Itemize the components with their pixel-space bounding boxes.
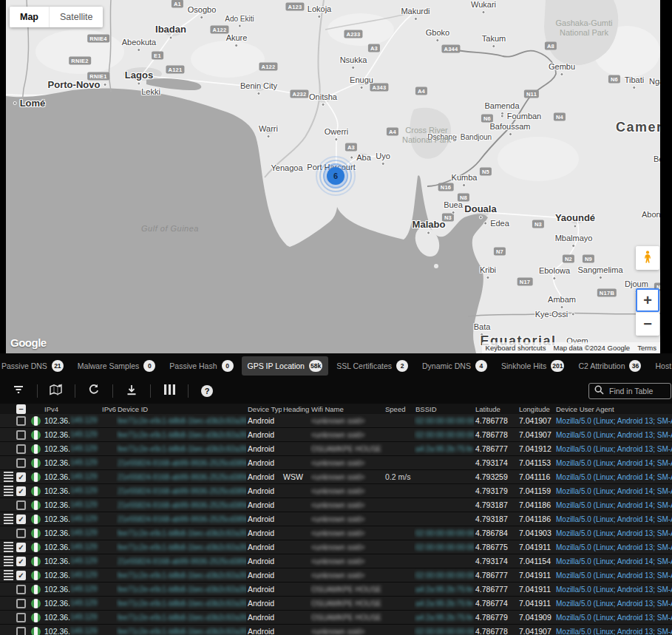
row-checkbox[interactable] xyxy=(16,627,26,635)
user-agent-link[interactable]: Mozilla/5.0 (Linux; Android 13; SM-A715 xyxy=(554,583,672,596)
bssid-link[interactable]: a4:2a:95:2b:75:fe xyxy=(414,583,474,596)
row-checkbox[interactable] xyxy=(16,529,26,538)
map-button[interactable]: Map xyxy=(10,7,50,27)
table-row[interactable]: 102.36.149.129fee71c2e-e9c1-b8b8-1bec-d3… xyxy=(0,597,672,611)
row-checkbox[interactable] xyxy=(16,430,26,440)
row-checkbox[interactable]: ✓ xyxy=(16,472,26,482)
device-id-link[interactable]: 21e55824-9168-ab99-9936-2525cd389d08 xyxy=(116,456,246,469)
user-agent-link[interactable]: Mozilla/5.0 (Linux; Android 13; SM-A715 xyxy=(554,428,672,441)
row-checkbox[interactable]: ✓ xyxy=(16,557,26,566)
tab-ssl-certificates[interactable]: SSL Certificates2 xyxy=(330,356,414,376)
ipv4-link[interactable]: 102.36.149.129 xyxy=(44,444,97,453)
pegman-button[interactable] xyxy=(636,246,659,270)
user-agent-link[interactable]: Mozilla/5.0 (Linux; Android 14; SM-A556 xyxy=(554,498,672,512)
tab-host-posture[interactable]: Host Posture0 xyxy=(649,356,672,376)
bssid-link[interactable]: 02:00:00:00:00:00 xyxy=(414,428,474,441)
row-checkbox[interactable] xyxy=(16,500,26,510)
google-map[interactable]: A1A123RNIE4A122RNIE2RNIE1E1A121A122A232A… xyxy=(6,0,660,353)
device-id-link[interactable]: 21e55824-9168-ab99-9936-2525cd389d08 xyxy=(116,512,246,526)
zoom-in-button[interactable]: + xyxy=(636,288,659,312)
user-agent-link[interactable]: Mozilla/5.0 (Linux; Android 13; SM-A715 xyxy=(554,568,672,582)
download-button[interactable] xyxy=(121,382,142,400)
drag-handle-icon[interactable] xyxy=(4,542,13,552)
user-agent-link[interactable]: Mozilla/5.0 (Linux; Android 14; SM-A556 xyxy=(554,512,672,526)
tab-gps-ip-location[interactable]: GPS IP Location58k xyxy=(242,356,329,376)
ipv4-link[interactable]: 102.36.149.129 xyxy=(44,557,97,566)
device-id-link[interactable]: 21e55824-9168-ab99-9936-2525cd389d08 xyxy=(116,498,246,512)
row-checkbox[interactable]: ✓ xyxy=(16,486,26,496)
bssid-link[interactable]: a4:2a:95:2b:75:fe xyxy=(414,611,474,624)
tab-sinkhole-hits[interactable]: Sinkhole Hits201 xyxy=(495,356,570,376)
table-row[interactable]: 102.36.149.129fee71c2e-e9c1-b8b8-1bec-d3… xyxy=(0,414,672,428)
table-row[interactable]: ✓102.36.149.12921e55824-9168-ab99-9936-2… xyxy=(0,470,672,484)
device-id-link[interactable]: fee71c2e-e9c1-b8b8-1bec-d3b2c92a35b6 xyxy=(116,568,246,582)
ipv4-link[interactable]: 102.36.149.129 xyxy=(44,472,97,481)
device-id-link[interactable]: fee71c2e-e9c1-b8b8-1bec-d3b2c92a35b6 xyxy=(116,442,246,455)
terms-link[interactable]: Terms xyxy=(634,342,660,353)
row-checkbox[interactable] xyxy=(16,458,26,468)
ipv4-link[interactable]: 102.36.149.129 xyxy=(44,515,97,523)
device-id-link[interactable]: fee71c2e-e9c1-b8b8-1bec-d3b2c92a35b6 xyxy=(116,414,246,427)
drag-handle-icon[interactable] xyxy=(4,556,13,566)
device-id-link[interactable]: 21e55824-9168-ab99-9936-2525cd389d08 xyxy=(116,484,246,498)
ipv4-link[interactable]: 102.36.149.129 xyxy=(44,458,97,467)
device-id-link[interactable]: fee71c2e-e9c1-b8b8-1bec-d3b2c92a35b6 xyxy=(116,625,246,635)
find-in-table-box[interactable] xyxy=(588,383,671,399)
row-checkbox[interactable] xyxy=(16,613,26,622)
bssid-link[interactable]: a4:2a:95:2b:75:fe xyxy=(414,597,474,610)
columns-button[interactable] xyxy=(159,382,180,400)
ipv4-link[interactable]: 102.36.149.129 xyxy=(44,430,97,439)
table-row[interactable]: ✓102.36.149.12921e55824-9168-ab99-9936-2… xyxy=(0,554,672,568)
user-agent-link[interactable]: Mozilla/5.0 (Linux; Android 13; SM-A715 xyxy=(554,442,672,455)
table-row[interactable]: ✓102.36.149.12921e55824-9168-ab99-9936-2… xyxy=(0,484,672,498)
drag-handle-icon[interactable] xyxy=(4,514,13,524)
bssid-link[interactable]: 02:00:00:00:00:00 xyxy=(414,568,474,582)
table-row[interactable]: 102.36.149.12921e55824-9168-ab99-9936-25… xyxy=(0,456,672,470)
user-agent-link[interactable]: Mozilla/5.0 (Linux; Android 13; SM-A715 xyxy=(554,540,672,554)
ipv4-link[interactable]: 102.36.149.129 xyxy=(44,613,97,622)
drag-handle-icon[interactable] xyxy=(4,486,13,496)
device-id-link[interactable]: fee71c2e-e9c1-b8b8-1bec-d3b2c92a35b6 xyxy=(116,583,246,596)
row-checkbox[interactable] xyxy=(16,585,26,594)
ipv4-link[interactable]: 102.36.149.129 xyxy=(44,543,97,551)
drag-handle-icon[interactable] xyxy=(4,472,13,482)
tab-dynamic-dns[interactable]: Dynamic DNS4 xyxy=(416,356,493,376)
table-row[interactable]: ✓102.36.149.129fee71c2e-e9c1-b8b8-1bec-d… xyxy=(0,568,672,583)
device-id-link[interactable]: fee71c2e-e9c1-b8b8-1bec-d3b2c92a35b6 xyxy=(116,428,246,441)
user-agent-link[interactable]: Mozilla/5.0 (Linux; Android 13; SM-A715 xyxy=(554,625,672,635)
ipv4-link[interactable]: 102.36.149.129 xyxy=(44,416,97,425)
user-agent-link[interactable]: Mozilla/5.0 (Linux; Android 13; SM-A715 xyxy=(554,611,672,624)
tab-malware-samples[interactable]: Malware Samples0 xyxy=(72,356,161,376)
user-agent-link[interactable]: Mozilla/5.0 (Linux; Android 13; SM-A715 xyxy=(554,597,672,610)
table-row[interactable]: 102.36.149.129fee71c2e-e9c1-b8b8-1bec-d3… xyxy=(0,428,672,442)
table-row[interactable]: ✓102.36.149.129fee71c2e-e9c1-b8b8-1bec-d… xyxy=(0,540,672,554)
table-row[interactable]: 102.36.149.129fee71c2e-e9c1-b8b8-1bec-d3… xyxy=(0,625,672,635)
user-agent-link[interactable]: Mozilla/5.0 (Linux; Android 13; SM-A715 xyxy=(554,414,672,427)
device-id-link[interactable]: fee71c2e-e9c1-b8b8-1bec-d3b2c92a35b6 xyxy=(116,526,246,540)
filter-button[interactable] xyxy=(8,382,29,400)
refresh-button[interactable] xyxy=(84,382,104,400)
device-id-link[interactable]: fee71c2e-e9c1-b8b8-1bec-d3b2c92a35b6 xyxy=(116,540,246,554)
user-agent-link[interactable]: Mozilla/5.0 (Linux; Android 14; SM-A556 xyxy=(554,554,672,568)
device-id-link[interactable]: fee71c2e-e9c1-b8b8-1bec-d3b2c92a35b6 xyxy=(116,597,246,610)
bssid-link[interactable]: 02:00:00:00:00:00 xyxy=(414,414,474,427)
device-id-link[interactable]: 21e55824-9168-ab99-9936-2525cd389d08 xyxy=(116,554,246,568)
table-row[interactable]: 102.36.149.129fee71c2e-e9c1-b8b8-1bec-d3… xyxy=(0,583,672,597)
tab-passive-hash[interactable]: Passive Hash0 xyxy=(163,356,239,376)
table-row[interactable]: ✓102.36.149.12921e55824-9168-ab99-9936-2… xyxy=(0,512,672,526)
select-all-checkbox[interactable]: – xyxy=(16,404,26,414)
row-checkbox[interactable]: ✓ xyxy=(16,515,26,524)
help-button[interactable]: ? xyxy=(197,382,217,400)
zoom-out-button[interactable]: − xyxy=(636,312,659,336)
keyboard-shortcuts-link[interactable]: Keyboard shortcuts xyxy=(482,342,550,353)
bssid-link[interactable]: 02:00:00:00:00:00 xyxy=(414,625,474,635)
row-checkbox[interactable] xyxy=(16,599,26,608)
user-agent-link[interactable]: Mozilla/5.0 (Linux; Android 14; SM-A556 xyxy=(554,484,672,498)
bssid-link[interactable]: 02:00:00:00:00:00 xyxy=(414,540,474,554)
ipv4-link[interactable]: 102.36.149.129 xyxy=(44,486,97,495)
table-row[interactable]: 102.36.149.129fee71c2e-e9c1-b8b8-1bec-d3… xyxy=(0,442,672,456)
device-id-link[interactable]: fee71c2e-e9c1-b8b8-1bec-d3b2c92a35b6 xyxy=(116,611,246,624)
table-row[interactable]: 102.36.149.12921e55824-9168-ab99-9936-25… xyxy=(0,498,672,512)
table-row[interactable]: 102.36.149.129fee71c2e-e9c1-b8b8-1bec-d3… xyxy=(0,611,672,625)
user-agent-link[interactable]: Mozilla/5.0 (Linux; Android 14; SM-A556 xyxy=(554,470,672,483)
